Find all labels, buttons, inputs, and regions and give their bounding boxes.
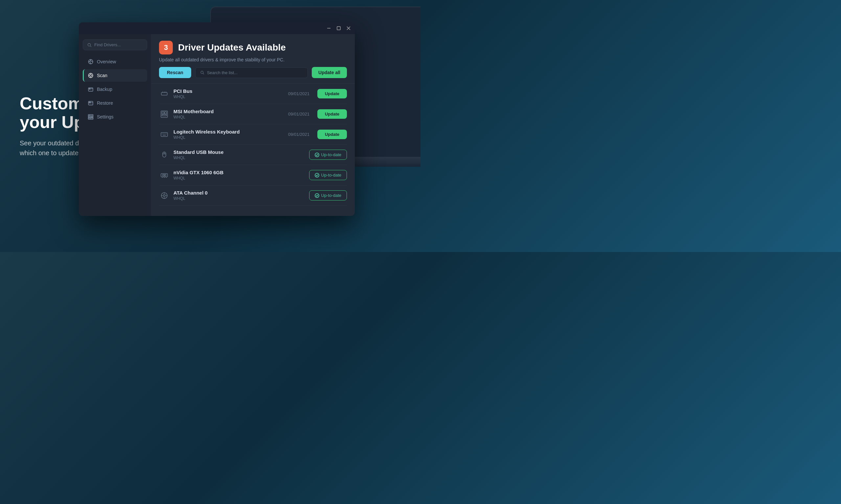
svg-point-43	[165, 174, 166, 176]
main-content: 3 Driver Updates Available Update all ou…	[151, 34, 355, 216]
driver-date: 09/01/2021	[288, 111, 309, 116]
uptodate-badge: Up-to-date	[309, 170, 347, 180]
restore-icon	[88, 100, 93, 106]
update-count-badge: 3	[159, 41, 173, 54]
header-top: 3 Driver Updates Available	[159, 41, 347, 54]
driver-row: Standard USB MouseWHQLUp-to-date	[159, 145, 347, 165]
svg-rect-17	[88, 118, 93, 120]
header-banner: 3 Driver Updates Available Update all ou…	[151, 34, 355, 84]
driver-row: MSI MotherboardWHQL09/01/2021Update	[159, 104, 347, 124]
sidebar-item-settings[interactable]: Settings	[83, 111, 147, 123]
driver-name: MSI Motherboard	[173, 109, 284, 114]
svg-rect-16	[88, 116, 93, 118]
sidebar-backup-label: Backup	[97, 87, 113, 92]
driver-name: Standard USB Mouse	[173, 149, 305, 155]
svg-line-22	[203, 73, 204, 74]
sidebar-item-restore[interactable]: Restore	[83, 97, 147, 109]
uptodate-badge: Up-to-date	[309, 150, 347, 160]
driver-info: nVidia GTX 1060 6GBWHQL	[173, 169, 305, 180]
driver-row: nVidia GTX 1060 6GBWHQLUp-to-date	[159, 165, 347, 185]
gpu-icon	[159, 170, 170, 180]
motherboard-icon	[159, 109, 170, 120]
header-actions: Rescan Update all	[159, 67, 347, 78]
app-body: Overview Scan Backup	[79, 34, 355, 216]
header-subtitle: Update all outdated drivers & improve th…	[159, 57, 347, 62]
driver-info: MSI MotherboardWHQL	[173, 109, 284, 120]
driver-search-box[interactable]	[83, 39, 147, 50]
settings-icon	[88, 114, 93, 120]
search-list-icon	[200, 70, 204, 75]
minimize-button[interactable]	[327, 26, 331, 31]
driver-tag: WHQL	[173, 135, 284, 140]
backup-icon	[88, 86, 93, 92]
svg-point-21	[201, 71, 203, 74]
driver-list: PCI BusWHQL09/01/2021UpdateMSI Motherboa…	[151, 84, 355, 216]
svg-point-4	[88, 43, 90, 46]
driver-date: 09/01/2021	[288, 132, 309, 137]
svg-point-8	[90, 74, 92, 76]
mouse-icon	[159, 150, 170, 160]
overview-icon	[88, 59, 93, 65]
svg-line-5	[90, 46, 91, 47]
driver-info: PCI BusWHQL	[173, 88, 284, 99]
sidebar-restore-label: Restore	[97, 101, 113, 106]
svg-point-19	[92, 116, 92, 117]
driver-tag: WHQL	[173, 115, 284, 120]
svg-rect-30	[162, 114, 167, 116]
app-window: Overview Scan Backup	[79, 22, 355, 216]
close-button[interactable]	[346, 26, 351, 31]
driver-row: ATA Channel 0WHQLUp-to-date	[159, 185, 347, 206]
driver-search-input[interactable]	[94, 42, 143, 47]
scan-icon	[88, 73, 93, 78]
driver-name: Logitech Wireless Keyboard	[173, 129, 284, 134]
driver-tag: WHQL	[173, 196, 305, 201]
svg-point-18	[89, 115, 90, 115]
driver-name: PCI Bus	[173, 88, 284, 94]
search-icon	[87, 43, 92, 47]
svg-point-20	[90, 119, 91, 119]
svg-rect-9	[88, 88, 93, 92]
maximize-button[interactable]	[337, 26, 341, 31]
update-driver-button[interactable]: Update	[317, 130, 347, 139]
sidebar: Overview Scan Backup	[79, 34, 151, 216]
sidebar-scan-label: Scan	[97, 73, 107, 78]
sidebar-settings-label: Settings	[97, 114, 114, 120]
update-driver-button[interactable]: Update	[317, 109, 347, 119]
driver-date: 09/01/2021	[288, 91, 309, 96]
svg-rect-28	[162, 112, 164, 114]
pci-icon	[159, 89, 170, 99]
driver-info: Logitech Wireless KeyboardWHQL	[173, 129, 284, 140]
header-title: Driver Updates Available	[178, 42, 286, 53]
driver-name: nVidia GTX 1060 6GB	[173, 169, 305, 175]
ata-icon	[159, 190, 170, 201]
svg-rect-23	[161, 92, 167, 95]
svg-rect-15	[88, 114, 93, 116]
driver-info: ATA Channel 0WHQL	[173, 190, 305, 201]
driver-tag: WHQL	[173, 176, 305, 180]
sidebar-overview-label: Overview	[97, 59, 116, 64]
svg-point-49	[163, 195, 165, 197]
svg-rect-1	[337, 26, 340, 30]
update-all-button[interactable]: Update all	[312, 67, 347, 78]
sidebar-item-scan[interactable]: Scan	[83, 69, 147, 82]
sidebar-item-overview[interactable]: Overview	[83, 55, 147, 68]
driver-info: Standard USB MouseWHQL	[173, 149, 305, 160]
search-list-input[interactable]	[207, 70, 303, 75]
title-bar	[79, 22, 355, 34]
window-controls	[327, 26, 351, 31]
driver-tag: WHQL	[173, 156, 305, 160]
driver-tag: WHQL	[173, 94, 284, 99]
sidebar-item-backup[interactable]: Backup	[83, 83, 147, 95]
driver-row: Logitech Wireless KeyboardWHQL09/01/2021…	[159, 124, 347, 145]
uptodate-badge: Up-to-date	[309, 190, 347, 200]
keyboard-icon	[159, 129, 170, 140]
driver-row: PCI BusWHQL09/01/2021Update	[159, 84, 347, 104]
search-list-box[interactable]	[195, 67, 308, 78]
rescan-button[interactable]: Rescan	[159, 67, 191, 78]
driver-name: ATA Channel 0	[173, 190, 305, 196]
svg-rect-29	[165, 112, 167, 114]
update-driver-button[interactable]: Update	[317, 89, 347, 98]
svg-point-42	[162, 174, 164, 176]
svg-rect-31	[161, 132, 168, 137]
